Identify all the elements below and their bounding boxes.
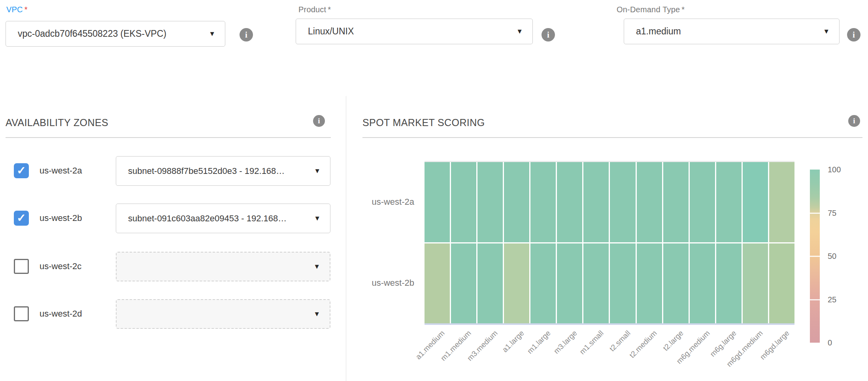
az-row-us-west-2d: us-west-2d▼ [0, 299, 346, 329]
vpc-label: VPC* [6, 5, 28, 14]
dropdown-arrow-icon: ▼ [313, 263, 330, 270]
heatmap-column-label-t2.small: t2.small [608, 329, 632, 353]
az-checkbox-us-west-2a[interactable]: ✓ [14, 163, 29, 178]
screen: VPC* vpc-0adcb70f645508223 (EKS-VPC) ▼ i… [0, 0, 868, 381]
spot-market-scoring-divider [362, 137, 862, 138]
on-demand-type-select-value: a1.medium [624, 26, 823, 37]
heatmap-cell-us-west-2a-t2.medium[interactable] [637, 162, 662, 242]
subnet-select-us-west-2a[interactable]: subnet-09888f7be5152d0e3 - 192.168…▼ [116, 156, 330, 186]
heatmap-column-label-t2.medium: t2.medium [628, 329, 659, 360]
legend-tick-label-25: 25 [828, 295, 836, 304]
az-zone-label: us-west-2a [40, 166, 82, 176]
az-checkbox-us-west-2d[interactable] [14, 306, 29, 321]
heatmap-cell-us-west-2a-m6gd.large[interactable] [769, 162, 794, 242]
dropdown-arrow-icon: ▼ [313, 311, 330, 317]
az-row-us-west-2a: ✓us-west-2asubnet-09888f7be5152d0e3 - 19… [0, 156, 346, 186]
az-zone-label: us-west-2d [40, 309, 82, 319]
legend-tick-label-0: 0 [828, 338, 832, 347]
dropdown-arrow-icon: ▼ [314, 168, 330, 174]
subnet-select-value: subnet-09888f7be5152d0e3 - 192.168… [116, 166, 314, 176]
heatmap-color-legend [810, 170, 820, 343]
on-demand-type-info-icon[interactable]: i [847, 28, 860, 41]
heatmap-cell-us-west-2a-m3.medium[interactable] [477, 162, 503, 242]
heatmap-cell-us-west-2a-m1.large[interactable] [530, 162, 556, 242]
heatmap-cell-us-west-2a-a1.medium[interactable] [425, 162, 450, 242]
availability-zones-info-icon[interactable]: i [313, 115, 325, 127]
heatmap-cell-us-west-2b-t2.large[interactable] [663, 243, 689, 324]
az-checkbox-us-west-2b[interactable]: ✓ [14, 211, 29, 226]
legend-tick-line [810, 256, 820, 257]
vpc-select-value: vpc-0adcb70f645508223 (EKS-VPC) [6, 28, 209, 39]
az-row-us-west-2c: us-west-2c▼ [0, 252, 346, 281]
legend-tick-line [810, 213, 820, 214]
dropdown-arrow-icon: ▼ [516, 28, 532, 35]
subnet-select-us-west-2c[interactable]: ▼ [116, 252, 330, 281]
heatmap-cell-us-west-2b-a1.large[interactable] [504, 243, 529, 324]
product-select-value: Linux/UNIX [296, 26, 516, 37]
az-checkbox-us-west-2c[interactable] [14, 259, 29, 274]
heatmap-cell-us-west-2b-m3.medium[interactable] [477, 243, 503, 324]
legend-tick-label-75: 75 [828, 208, 836, 217]
heatmap-cell-us-west-2b-m6g.medium[interactable] [690, 243, 715, 324]
product-label: Product* [298, 5, 331, 14]
heatmap-row-label-us-west-2a: us-west-2a [358, 197, 414, 207]
availability-zones-divider [6, 137, 331, 138]
heatmap-row-label-us-west-2b: us-west-2b [358, 278, 414, 288]
legend-tick-line [810, 299, 820, 300]
subnet-select-us-west-2b[interactable]: subnet-091c603aa82e09453 - 192.168…▼ [116, 204, 330, 233]
vpc-select[interactable]: vpc-0adcb70f645508223 (EKS-VPC) ▼ [6, 21, 225, 47]
heatmap-cell-us-west-2b-t2.small[interactable] [610, 243, 635, 324]
heatmap-column-label-a1.large: a1.large [501, 329, 526, 354]
check-icon: ✓ [17, 165, 26, 176]
heatmap-column-label-t2.large: t2.large [661, 329, 685, 353]
heatmap-cell-us-west-2a-a1.large[interactable] [504, 162, 529, 242]
dropdown-arrow-icon: ▼ [209, 30, 225, 37]
dropdown-arrow-icon: ▼ [823, 28, 839, 35]
heatmap-grid [425, 162, 794, 323]
vpc-label-text: VPC [6, 5, 23, 14]
subnet-select-us-west-2d[interactable]: ▼ [116, 299, 330, 329]
az-zone-label: us-west-2b [40, 213, 82, 223]
az-row-us-west-2b: ✓us-west-2bsubnet-091c603aa82e09453 - 19… [0, 204, 346, 233]
heatmap-cell-us-west-2b-m6gd.large[interactable] [769, 243, 794, 324]
heatmap-cell-us-west-2b-m3.large[interactable] [557, 243, 582, 324]
availability-zones-title: AVAILABILITY ZONES [6, 117, 108, 128]
heatmap-cell-us-west-2b-m6gd.medium[interactable] [743, 243, 768, 324]
heatmap-cell-us-west-2b-m6g.large[interactable] [716, 243, 742, 324]
legend-tick-label-100: 100 [828, 165, 841, 174]
heatmap-cell-us-west-2b-a1.medium[interactable] [425, 243, 450, 324]
heatmap-cell-us-west-2a-m6g.medium[interactable] [690, 162, 715, 242]
heatmap-column-label-m3.large: m3.large [552, 329, 579, 356]
spot-market-scoring-info-icon[interactable]: i [848, 115, 860, 127]
heatmap-cell-us-west-2a-t2.small[interactable] [610, 162, 635, 242]
on-demand-type-label: On-Demand Type* [617, 5, 685, 14]
heatmap-cell-us-west-2b-m1.small[interactable] [583, 243, 609, 324]
on-demand-type-label-text: On-Demand Type [617, 5, 680, 14]
on-demand-type-required-mark: * [681, 5, 685, 14]
heatmap-cell-us-west-2a-m6g.large[interactable] [716, 162, 742, 242]
heatmap-cell-us-west-2a-m1.medium[interactable] [451, 162, 476, 242]
heatmap-cell-us-west-2a-m1.small[interactable] [583, 162, 609, 242]
heatmap-cell-us-west-2a-t2.large[interactable] [663, 162, 689, 242]
heatmap [425, 161, 794, 325]
legend-tick-label-50: 50 [828, 252, 836, 261]
section-divider [346, 96, 346, 381]
product-label-text: Product [298, 5, 326, 14]
product-info-icon[interactable]: i [542, 28, 555, 41]
vpc-info-icon[interactable]: i [240, 28, 253, 41]
dropdown-arrow-icon: ▼ [314, 215, 330, 222]
heatmap-cell-us-west-2b-m1.large[interactable] [530, 243, 556, 324]
on-demand-type-select[interactable]: a1.medium ▼ [624, 19, 840, 44]
vpc-required-mark: * [25, 5, 28, 14]
heatmap-cell-us-west-2b-t2.medium[interactable] [637, 243, 662, 324]
heatmap-column-label-m1.large: m1.large [526, 329, 553, 356]
az-zone-label: us-west-2c [40, 261, 81, 272]
check-icon: ✓ [17, 213, 26, 224]
subnet-select-value: subnet-091c603aa82e09453 - 192.168… [116, 213, 314, 224]
spot-market-scoring-title: SPOT MARKET SCORING [362, 117, 485, 128]
heatmap-cell-us-west-2a-m3.large[interactable] [557, 162, 582, 242]
product-select[interactable]: Linux/UNIX ▼ [296, 19, 533, 44]
heatmap-cell-us-west-2a-m6gd.medium[interactable] [743, 162, 768, 242]
heatmap-cell-us-west-2b-m1.medium[interactable] [451, 243, 476, 324]
heatmap-column-label-m1.small: m1.small [578, 329, 606, 356]
